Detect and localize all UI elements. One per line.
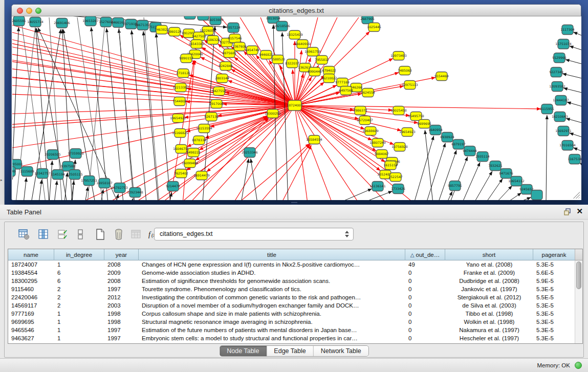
table-cell[interactable]: 0 xyxy=(405,285,445,293)
select-rows-icon[interactable]: ✓ ✓ xyxy=(56,227,70,242)
scrollbar-thumb[interactable] xyxy=(576,261,581,289)
table-cell[interactable]: 0 xyxy=(405,301,445,310)
table-row[interactable]: 1830029562008Estimation of significance … xyxy=(8,277,582,285)
close-panel-icon[interactable]: ✕ xyxy=(576,207,583,216)
float-window-icon[interactable] xyxy=(563,208,572,216)
table-cell[interactable]: 2008 xyxy=(104,277,139,285)
table-cell[interactable]: 1998 xyxy=(104,318,139,326)
table-cell[interactable]: 9463627 xyxy=(8,334,54,342)
table-cell[interactable]: 6 xyxy=(54,277,104,285)
table-cell[interactable]: 14569117 xyxy=(8,301,54,310)
control-panel-splitter[interactable]: ▸ xyxy=(0,0,5,205)
table-row[interactable]: 946362711997Embryonic stem cells: a mode… xyxy=(8,334,582,342)
window-resize-grip[interactable] xyxy=(573,192,580,199)
delete-column-icon[interactable] xyxy=(112,227,126,242)
table-cell[interactable]: 2 xyxy=(54,285,104,293)
table-cell[interactable]: 2012 xyxy=(104,293,139,301)
table-cell[interactable]: Estimation of significance thresholds fo… xyxy=(139,277,405,285)
show-columns-icon[interactable] xyxy=(36,227,51,242)
table-cell[interactable]: Changes of HCN gene expression and I(f) … xyxy=(139,260,405,269)
graph-node-cited[interactable] xyxy=(184,16,195,19)
table-cell[interactable]: Genome-wide association studies in ADHD. xyxy=(139,269,405,277)
table-cell[interactable]: Hescheler et al. (1997) xyxy=(445,334,533,342)
tab-network-table[interactable]: Network Table xyxy=(314,346,368,357)
table-cell[interactable]: 5.3E-5 xyxy=(533,301,575,310)
table-cell[interactable]: 9115460 xyxy=(8,285,54,293)
table-cell[interactable]: 18724007 xyxy=(8,260,54,269)
column-header-pagerank[interactable]: pagerank xyxy=(533,249,575,260)
table-cell[interactable]: Disruption of a novel member of a sodium… xyxy=(139,301,405,310)
table-cell[interactable]: 5.3E-5 xyxy=(533,310,575,318)
table-cell[interactable]: 0 xyxy=(405,318,445,326)
column-chooser-icon[interactable] xyxy=(73,227,88,242)
table-cell[interactable]: Franke et al. (2009) xyxy=(445,269,533,277)
network-window[interactable]: citations_edges.txt 26055911405571420691… xyxy=(11,4,581,200)
table-cell[interactable]: 2009 xyxy=(104,269,139,277)
table-cell[interactable]: 2 xyxy=(54,301,104,310)
table-cell[interactable]: 0 xyxy=(405,277,445,285)
table-row[interactable]: 977716911998Corpus callosum shape and si… xyxy=(8,310,582,318)
table-cell[interactable]: Yano et al. (2008) xyxy=(445,260,533,269)
network-table-selector[interactable]: citations_edges.txt xyxy=(154,228,354,240)
table-row[interactable]: 1456911722003Disruption of a novel membe… xyxy=(8,301,582,310)
table-row[interactable]: 911546021997Tourette syndrome. Phenomeno… xyxy=(8,285,582,293)
table-cell[interactable]: Dudbridge et al. (2008) xyxy=(445,277,533,285)
table-cell[interactable]: 1 xyxy=(54,310,104,318)
table-cell[interactable]: 1997 xyxy=(104,334,139,342)
graph-node-cited[interactable] xyxy=(531,190,542,200)
table-cell[interactable]: 1998 xyxy=(104,310,139,318)
table-row[interactable]: 946554611997Estimation of the future num… xyxy=(8,326,582,334)
column-header-year[interactable]: year xyxy=(104,249,139,260)
table-cell[interactable]: 5.6E-5 xyxy=(533,269,575,277)
table-cell[interactable]: 2 xyxy=(54,293,104,301)
column-header-short[interactable]: short xyxy=(445,249,533,260)
table-cell[interactable]: 5.9E-5 xyxy=(533,277,575,285)
table-cell[interactable]: 5.5E-5 xyxy=(533,293,575,301)
tab-node-table[interactable]: Node Table xyxy=(220,346,267,357)
table-disabled-icon[interactable] xyxy=(129,227,143,242)
column-header-title[interactable]: title xyxy=(139,249,405,260)
network-canvas[interactable]: 2605591140557142069140610653287152760284… xyxy=(12,16,581,200)
table-cell[interactable]: de Silva et al. (2003) xyxy=(445,301,533,310)
table-cell[interactable]: 0 xyxy=(405,326,445,334)
panel-divider-handle[interactable] xyxy=(291,202,297,204)
splitter-expand-icon[interactable]: ▸ xyxy=(1,178,3,182)
table-cell[interactable]: 1 xyxy=(54,334,104,342)
column-header-in-degree[interactable]: in_degree xyxy=(54,249,104,260)
table-row[interactable]: 969969511998Structural magnetic resonanc… xyxy=(8,318,582,326)
table-cell[interactable]: 1 xyxy=(54,260,104,269)
table-cell[interactable]: 1997 xyxy=(104,326,139,334)
table-cell[interactable]: Jankovic et al. (1997) xyxy=(445,285,533,293)
table-options-icon[interactable] xyxy=(17,227,31,242)
column-header-out-de-[interactable]: △out_de… xyxy=(405,249,445,260)
table-cell[interactable]: 5.3E-5 xyxy=(533,285,575,293)
table-row[interactable]: 1872400712008Changes of HCN gene express… xyxy=(8,260,582,269)
table-cell[interactable]: 2008 xyxy=(104,260,139,269)
network-window-titlebar[interactable]: citations_edges.txt xyxy=(12,5,581,16)
table-cell[interactable]: Stergiakouli et al. (2012) xyxy=(445,293,533,301)
table-row[interactable]: 2242004622012Investigating the contribut… xyxy=(8,293,582,301)
table-cell[interactable]: 9777169 xyxy=(8,310,54,318)
table-cell[interactable]: 0 xyxy=(405,334,445,342)
tab-edge-table[interactable]: Edge Table xyxy=(267,346,313,357)
table-cell[interactable]: 19384554 xyxy=(8,269,54,277)
table-cell[interactable]: 2003 xyxy=(104,301,139,310)
table-cell[interactable]: 0 xyxy=(405,293,445,301)
table-cell[interactable]: 5.3E-5 xyxy=(533,318,575,326)
table-cell[interactable]: 5.3E-5 xyxy=(533,326,575,334)
table-cell[interactable]: 1997 xyxy=(104,285,139,293)
table-vertical-scrollbar[interactable] xyxy=(575,260,582,344)
table-cell[interactable]: Wolkin et al. (1998) xyxy=(445,318,533,326)
table-cell[interactable]: Tourette syndrome. Phenomenology and cla… xyxy=(139,285,405,293)
table-cell[interactable]: Embryonic stem cells: a model to study s… xyxy=(139,334,405,342)
table-cell[interactable]: Nakamura et al. (1997) xyxy=(445,326,533,334)
table-cell[interactable]: Structural magnetic resonance image aver… xyxy=(139,318,405,326)
selector-stepper-icon[interactable] xyxy=(343,230,350,238)
table-cell[interactable]: 1 xyxy=(54,318,104,326)
table-cell[interactable]: 49 xyxy=(405,260,445,269)
table-cell[interactable]: 6 xyxy=(54,269,104,277)
table-cell[interactable]: Tibbo et al. (1998) xyxy=(445,310,533,318)
table-cell[interactable]: 9699695 xyxy=(8,318,54,326)
table-cell[interactable]: 0 xyxy=(405,269,445,277)
table-cell[interactable]: Estimation of the future numbers of pati… xyxy=(139,326,405,334)
